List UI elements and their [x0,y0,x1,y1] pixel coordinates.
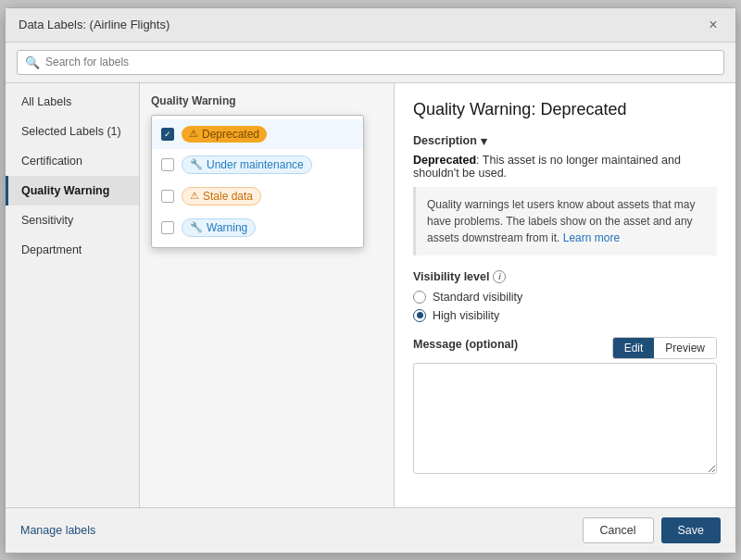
radio-high[interactable]: High visibility [413,309,717,322]
middle-panel: Quality Warning ⚠ Deprecated [140,83,395,507]
deprecated-icon: ⚠ [189,128,198,140]
message-header: Message (optional) Edit Preview [413,337,717,359]
tab-edit[interactable]: Edit [613,338,655,358]
sidebar-item-selected-labels[interactable]: Selected Labels (1) [6,117,139,146]
maintenance-icon: 🔧 [190,158,203,170]
tag-warning: 🔧 Warning [182,218,256,237]
learn-more-link[interactable]: Learn more [563,231,620,244]
sidebar-item-department[interactable]: Department [6,235,139,265]
label-dropdown: ⚠ Deprecated 🔧 Under maintenance [151,115,364,248]
message-tabs: Edit Preview [612,337,717,359]
right-panel: Quality Warning: Deprecated Description … [395,83,735,507]
sidebar-item-sensitivity[interactable]: Sensitivity [6,205,139,235]
dialog-footer: Manage labels Cancel Save [6,507,735,553]
radio-standard-outer [413,291,426,304]
visibility-info-icon[interactable]: i [493,270,506,283]
search-input-wrap: 🔍 [17,50,724,75]
dialog-body: All Labels Selected Labels (1) Certifica… [6,83,735,507]
tag-deprecated: ⚠ Deprecated [182,126,267,143]
radio-high-inner [417,312,423,318]
middle-section-title: Quality Warning [151,94,383,107]
chevron-down-icon: ▾ [481,134,487,148]
dialog-header: Data Labels: (Airline Flights) × [6,8,735,43]
sidebar-item-quality-warning[interactable]: Quality Warning [6,176,139,205]
checkbox-maintenance[interactable] [161,158,174,171]
data-labels-dialog: Data Labels: (Airline Flights) × 🔍 All L… [5,7,736,554]
message-textarea[interactable] [413,363,717,474]
close-button[interactable]: × [704,16,722,34]
search-input[interactable] [45,56,716,68]
checkbox-warning[interactable] [161,221,174,234]
save-button[interactable]: Save [661,517,722,543]
radio-group-visibility: Standard visibility High visibility [413,291,717,322]
visibility-label: Visibility level i [413,270,717,283]
label-item-warning[interactable]: 🔧 Warning [152,212,363,243]
search-icon: 🔍 [25,56,40,69]
cancel-button[interactable]: Cancel [583,517,654,543]
label-item-maintenance[interactable]: 🔧 Under maintenance [152,149,363,180]
checkbox-stale[interactable] [161,190,174,203]
message-label: Message (optional) [413,338,518,351]
label-item-deprecated[interactable]: ⚠ Deprecated [152,119,363,149]
manage-labels-link[interactable]: Manage labels [20,524,95,537]
right-panel-title: Quality Warning: Deprecated [413,100,717,119]
warning-icon: 🔧 [190,221,203,233]
radio-high-outer [413,309,426,322]
sidebar-item-certification[interactable]: Certification [6,146,139,176]
description-toggle[interactable]: Description ▾ [413,134,717,148]
tag-maintenance: 🔧 Under maintenance [182,156,312,174]
footer-buttons: Cancel Save [583,517,721,543]
sidebar: All Labels Selected Labels (1) Certifica… [6,83,140,507]
dialog-title: Data Labels: (Airline Flights) [19,18,170,31]
stale-icon: ⚠ [190,190,199,202]
info-box: Quality warnings let users know about as… [413,187,717,255]
tag-stale: ⚠ Stale data [182,187,261,205]
label-item-stale[interactable]: ⚠ Stale data [152,180,363,212]
radio-standard[interactable]: Standard visibility [413,291,717,304]
checkbox-deprecated[interactable] [161,128,174,141]
tab-preview[interactable]: Preview [654,338,716,358]
search-bar: 🔍 [6,43,735,83]
description-text: Deprecated: This asset is no longer main… [413,154,717,180]
sidebar-item-all-labels[interactable]: All Labels [6,87,139,117]
